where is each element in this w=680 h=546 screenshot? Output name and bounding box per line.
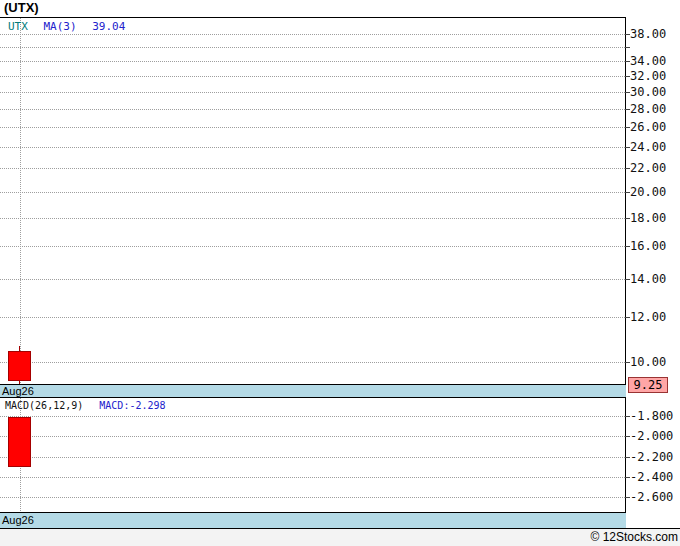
macd-axis-label: -2.000	[630, 430, 673, 443]
price-axis-label: 16.00	[630, 240, 666, 253]
price-axis-label: 32.00	[630, 70, 666, 83]
candle-body	[8, 351, 31, 381]
date-label-macd: Aug26	[0, 514, 34, 526]
price-axis-line	[625, 17, 626, 529]
price-gridline	[0, 147, 625, 148]
ticker-symbol: UTX	[8, 20, 28, 33]
price-gridline	[0, 192, 625, 193]
price-gridline	[0, 362, 625, 363]
price-axis-label: 28.00	[630, 103, 666, 116]
macd-gridline	[0, 416, 625, 417]
macd-value-label: MACD:-2.298	[99, 400, 165, 411]
price-gridline	[0, 317, 625, 318]
price-axis-label: 22.00	[630, 162, 666, 175]
price-gridline	[0, 168, 625, 169]
macd-axis-label: -2.600	[630, 491, 673, 504]
price-axis-label: 18.00	[630, 212, 666, 225]
footer-bar: © 12Stocks.com	[0, 529, 680, 546]
macd-axis-label: -1.800	[630, 410, 673, 423]
credit-link[interactable]: © 12Stocks.com	[590, 530, 680, 544]
ma-indicator-label: MA(3)	[44, 20, 77, 33]
price-axis-label: 12.00	[630, 311, 666, 324]
macd-axis-label: -2.200	[630, 451, 673, 464]
date-band-macd: Aug26	[0, 512, 626, 528]
macd-histogram-bar	[8, 417, 31, 467]
date-label-main: Aug26	[0, 385, 34, 397]
price-gridline	[0, 34, 625, 35]
last-price-badge: 9.25	[628, 377, 668, 393]
price-gridline	[0, 279, 625, 280]
main-chart-legend: UTX MA(3) 39.04	[8, 20, 134, 33]
macd-axis-label: -2.400	[630, 471, 673, 484]
price-tick	[625, 47, 630, 48]
price-axis-label: 14.00	[630, 273, 666, 286]
macd-legend: MACD(26,12,9) MACD:-2.298	[5, 400, 166, 411]
price-axis-label: 20.00	[630, 186, 666, 199]
stock-chart-page: (UTX) 38.0034.0032.0030.0028.0026.0024.0…	[0, 0, 680, 546]
price-axis-label: 24.00	[630, 141, 666, 154]
price-axis-label: 34.00	[630, 55, 666, 68]
date-band-main: Aug26	[0, 384, 626, 398]
price-axis-label: 30.00	[630, 86, 666, 99]
price-gridline	[0, 127, 625, 128]
macd-gridline	[0, 497, 625, 498]
macd-gridline	[0, 477, 625, 478]
macd-gridline	[0, 457, 625, 458]
ma-indicator-value: 39.04	[92, 20, 125, 33]
price-gridline	[0, 218, 625, 219]
page-title: (UTX)	[4, 0, 39, 16]
price-gridline	[0, 61, 625, 62]
price-gridline	[0, 92, 625, 93]
macd-params-label: MACD(26,12,9)	[5, 400, 83, 411]
price-gridline	[0, 47, 625, 48]
main-panel-top-border	[0, 17, 626, 18]
price-axis-label: 38.00	[630, 28, 666, 41]
date-gridline-main	[20, 18, 21, 383]
price-axis-label: 10.00	[630, 356, 666, 369]
price-gridline	[0, 246, 625, 247]
macd-gridline	[0, 436, 625, 437]
price-gridline	[0, 109, 625, 110]
price-axis-label: 26.00	[630, 121, 666, 134]
price-gridline	[0, 76, 625, 77]
